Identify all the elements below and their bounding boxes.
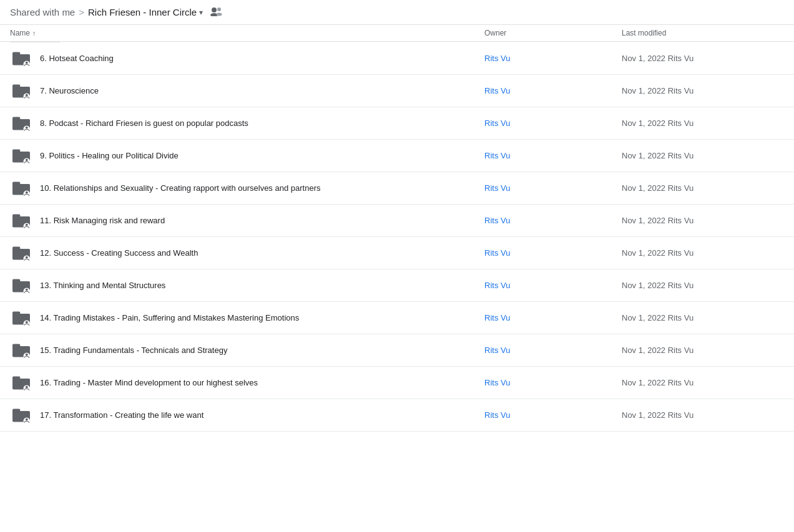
svg-rect-13 (12, 117, 20, 120)
table-row[interactable]: 11. Risk Managing risk and reward Rits V… (0, 205, 794, 237)
svg-rect-9 (12, 84, 20, 88)
sort-ascending-icon: ↑ (32, 29, 36, 37)
file-name-cell: 9. Politics - Healing our Political Divi… (10, 145, 484, 167)
modified-date: Nov 1, 2022 (622, 281, 665, 290)
modified-by: Rits Vu (668, 281, 694, 290)
table-row[interactable]: 9. Politics - Healing our Political Divi… (0, 140, 794, 172)
file-name-text: 17. Transformation - Creating the life w… (40, 410, 203, 420)
owner-cell[interactable]: Rits Vu (484, 281, 622, 290)
modified-cell: Nov 1, 2022 Rits Vu (622, 378, 784, 387)
shared-folder-icon (10, 242, 32, 264)
owner-cell[interactable]: Rits Vu (484, 151, 622, 160)
svg-point-0 (212, 7, 217, 12)
shared-people-icon[interactable] (209, 6, 223, 18)
modified-by: Rits Vu (668, 86, 694, 95)
svg-point-2 (217, 7, 221, 11)
modified-date: Nov 1, 2022 (622, 216, 665, 225)
file-name-cell: 17. Transformation - Creating the life w… (10, 404, 484, 427)
file-name-text: 16. Trading - Master Mind development to… (40, 378, 258, 387)
owner-cell[interactable]: Rits Vu (484, 346, 622, 355)
modified-cell: Nov 1, 2022 Rits Vu (622, 86, 784, 95)
table-row[interactable]: 7. Neuroscience Rits Vu Nov 1, 2022 Rits… (0, 75, 794, 107)
breadcrumb-folder-name: Rich Friesen - Inner Circle (88, 7, 197, 17)
svg-point-51 (26, 418, 28, 420)
file-name-cell: 14. Trading Mistakes - Pain, Suffering a… (10, 307, 484, 329)
modified-date: Nov 1, 2022 (622, 86, 665, 95)
table-header: Name ↑ Owner Last modified (0, 25, 794, 42)
owner-cell[interactable]: Rits Vu (484, 313, 622, 322)
file-name-cell: 11. Risk Managing risk and reward (10, 210, 484, 232)
svg-point-27 (26, 223, 28, 226)
file-name-cell: 12. Success - Creating Success and Wealt… (10, 242, 484, 264)
file-name-cell: 16. Trading - Master Mind development to… (10, 372, 484, 394)
modified-date: Nov 1, 2022 (622, 54, 665, 63)
shared-folder-icon (10, 372, 32, 394)
owner-column-header: Owner (484, 29, 622, 37)
shared-folder-icon (10, 274, 32, 297)
owner-cell[interactable]: Rits Vu (484, 410, 622, 420)
svg-rect-17 (12, 149, 20, 153)
modified-cell: Nov 1, 2022 Rits Vu (622, 183, 784, 193)
table-row[interactable]: 10. Relationships and Sexuality - Creati… (0, 172, 794, 205)
modified-date: Nov 1, 2022 (622, 248, 665, 258)
file-name-text: 8. Podcast - Richard Friesen is guest on… (40, 118, 248, 128)
shared-folder-icon (10, 177, 32, 200)
shared-folder-icon (10, 404, 32, 427)
owner-cell[interactable]: Rits Vu (484, 118, 622, 128)
name-header-label: Name (10, 29, 30, 37)
owner-cell[interactable]: Rits Vu (484, 248, 622, 258)
svg-rect-25 (12, 214, 20, 218)
modified-date: Nov 1, 2022 (622, 346, 665, 355)
table-row[interactable]: 15. Trading Fundamentals - Technicals an… (0, 334, 794, 367)
svg-rect-41 (12, 344, 20, 347)
owner-cell[interactable]: Rits Vu (484, 54, 622, 63)
table-row[interactable]: 8. Podcast - Richard Friesen is guest on… (0, 107, 794, 140)
file-name-text: 12. Success - Creating Success and Wealt… (40, 248, 198, 258)
svg-point-31 (26, 256, 28, 258)
modified-cell: Nov 1, 2022 Rits Vu (622, 346, 784, 355)
file-name-text: 7. Neuroscience (40, 86, 99, 95)
modified-by: Rits Vu (668, 118, 694, 128)
table-row[interactable]: 12. Success - Creating Success and Wealt… (0, 237, 794, 269)
shared-folder-icon (10, 47, 32, 70)
modified-cell: Nov 1, 2022 Rits Vu (622, 281, 784, 290)
modified-by: Rits Vu (668, 54, 694, 63)
modified-date: Nov 1, 2022 (622, 151, 665, 160)
name-column-header[interactable]: Name ↑ (10, 29, 484, 37)
table-row[interactable]: 13. Thinking and Mental Structures Rits … (0, 269, 794, 302)
modified-date: Nov 1, 2022 (622, 183, 665, 193)
modified-by: Rits Vu (668, 378, 694, 387)
owner-cell[interactable]: Rits Vu (484, 216, 622, 225)
table-row[interactable]: 6. Hotseat Coaching Rits Vu Nov 1, 2022 … (0, 42, 794, 75)
modified-by: Rits Vu (668, 183, 694, 193)
svg-point-47 (26, 385, 28, 388)
modified-cell: Nov 1, 2022 Rits Vu (622, 216, 784, 225)
svg-rect-49 (12, 409, 20, 412)
breadcrumb-shared-link[interactable]: Shared with me (10, 7, 75, 17)
file-name-cell: 7. Neuroscience (10, 80, 484, 102)
table-row[interactable]: 16. Trading - Master Mind development to… (0, 367, 794, 399)
shared-folder-icon (10, 339, 32, 362)
svg-point-7 (26, 61, 28, 64)
owner-cell[interactable]: Rits Vu (484, 378, 622, 387)
modified-cell: Nov 1, 2022 Rits Vu (622, 410, 784, 420)
modified-column-header: Last modified (622, 29, 784, 37)
breadcrumb: Shared with me > Rich Friesen - Inner Ci… (0, 0, 794, 25)
file-name-cell: 15. Trading Fundamentals - Technicals an… (10, 339, 484, 362)
owner-cell[interactable]: Rits Vu (484, 86, 622, 95)
owner-cell[interactable]: Rits Vu (484, 183, 622, 193)
breadcrumb-folder-current[interactable]: Rich Friesen - Inner Circle ▾ (88, 7, 203, 17)
modified-cell: Nov 1, 2022 Rits Vu (622, 118, 784, 128)
table-row[interactable]: 14. Trading Mistakes - Pain, Suffering a… (0, 302, 794, 334)
svg-point-19 (26, 158, 28, 161)
modified-cell: Nov 1, 2022 Rits Vu (622, 248, 784, 258)
file-name-text: 15. Trading Fundamentals - Technicals an… (40, 346, 227, 355)
shared-folder-icon (10, 210, 32, 232)
svg-point-11 (26, 94, 28, 96)
modified-date: Nov 1, 2022 (622, 410, 665, 420)
file-name-text: 14. Trading Mistakes - Pain, Suffering a… (40, 313, 299, 322)
file-name-cell: 8. Podcast - Richard Friesen is guest on… (10, 112, 484, 135)
modified-cell: Nov 1, 2022 Rits Vu (622, 54, 784, 63)
table-row[interactable]: 17. Transformation - Creating the life w… (0, 399, 794, 432)
svg-rect-21 (12, 181, 20, 185)
